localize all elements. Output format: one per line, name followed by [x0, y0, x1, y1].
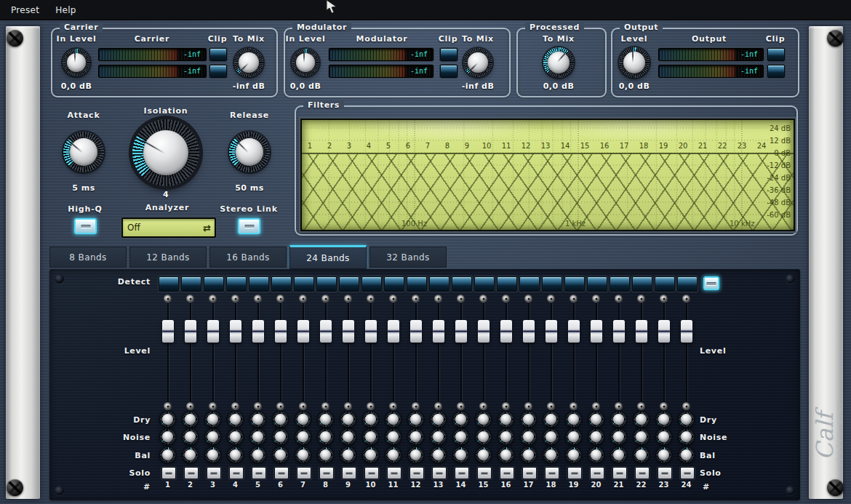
dry-knob[interactable] [295, 412, 311, 427]
level-fader-handle[interactable] [681, 320, 692, 343]
dry-knob[interactable] [340, 412, 356, 427]
output-level-knob[interactable] [619, 47, 650, 78]
level-fader-handle[interactable] [478, 320, 490, 343]
detect-button[interactable] [407, 276, 427, 292]
noise-knob[interactable] [431, 429, 446, 444]
fader-track[interactable] [190, 303, 191, 401]
solo-button[interactable] [274, 467, 289, 479]
fader-track[interactable] [573, 303, 575, 401]
bal-knob[interactable] [566, 447, 581, 463]
level-fader-handle[interactable] [410, 320, 422, 343]
fader-track[interactable] [506, 303, 507, 401]
noise-knob[interactable] [679, 429, 694, 444]
fader-track[interactable] [235, 303, 236, 401]
bal-knob[interactable] [679, 447, 694, 463]
modulator-in-level-knob[interactable] [292, 49, 319, 76]
bal-knob[interactable] [611, 447, 626, 463]
modulator-clip-indicator[interactable] [440, 65, 458, 78]
dry-knob[interactable] [679, 412, 694, 427]
bal-knob[interactable] [588, 447, 604, 463]
fader-track[interactable] [280, 303, 281, 401]
dry-knob[interactable] [498, 412, 514, 427]
bal-knob[interactable] [521, 447, 536, 463]
bal-knob[interactable] [250, 447, 265, 463]
fader-track[interactable] [596, 303, 597, 401]
noise-knob[interactable] [476, 429, 491, 444]
level-fader-handle[interactable] [455, 320, 467, 343]
noise-knob[interactable] [228, 429, 243, 444]
bal-knob[interactable] [363, 447, 378, 463]
noise-knob[interactable] [273, 429, 288, 444]
noise-knob[interactable] [205, 429, 220, 444]
fader-track[interactable] [415, 303, 417, 401]
release-knob[interactable] [229, 132, 270, 172]
bal-knob[interactable] [453, 447, 468, 463]
detect-button[interactable] [271, 276, 292, 292]
output-clip-indicator[interactable] [767, 65, 785, 78]
dry-knob[interactable] [160, 412, 175, 427]
dry-knob[interactable] [566, 412, 581, 427]
carrier-in-level-knob[interactable] [63, 49, 90, 76]
level-fader-handle[interactable] [636, 320, 647, 343]
detect-button[interactable] [632, 276, 652, 292]
fader-track[interactable] [483, 303, 484, 401]
detect-link-toggle[interactable] [703, 276, 719, 290]
noise-knob[interactable] [340, 429, 356, 444]
dry-knob[interactable] [543, 412, 559, 427]
noise-knob[interactable] [363, 429, 378, 444]
noise-knob[interactable] [385, 429, 401, 444]
solo-button[interactable] [297, 467, 311, 479]
level-fader-handle[interactable] [275, 320, 287, 343]
bal-knob[interactable] [205, 447, 220, 463]
output-clip-indicator[interactable] [767, 48, 785, 61]
tab-32-bands[interactable]: 32 Bands [369, 247, 447, 268]
solo-button[interactable] [567, 467, 582, 479]
noise-knob[interactable] [295, 429, 311, 444]
bal-knob[interactable] [431, 447, 446, 463]
detect-button[interactable] [497, 276, 517, 292]
bal-knob[interactable] [318, 447, 333, 463]
detect-button[interactable] [159, 276, 179, 292]
fader-track[interactable] [641, 303, 642, 401]
detect-button[interactable] [677, 276, 698, 292]
noise-knob[interactable] [183, 429, 198, 444]
detect-button[interactable] [339, 276, 359, 292]
solo-button[interactable] [477, 467, 492, 479]
bal-knob[interactable] [273, 447, 288, 463]
solo-button[interactable] [387, 467, 401, 479]
level-fader-handle[interactable] [591, 320, 602, 343]
dry-knob[interactable] [183, 412, 198, 427]
noise-knob[interactable] [521, 429, 536, 444]
bal-knob[interactable] [385, 447, 401, 463]
level-fader-handle[interactable] [252, 320, 264, 343]
dry-knob[interactable] [656, 412, 671, 427]
bal-knob[interactable] [476, 447, 491, 463]
fader-track[interactable] [212, 303, 214, 401]
carrier-clip-indicator[interactable] [209, 65, 227, 78]
level-fader-handle[interactable] [546, 320, 557, 343]
level-fader-handle[interactable] [613, 320, 625, 343]
level-fader-handle[interactable] [523, 320, 535, 343]
solo-button[interactable] [680, 467, 695, 479]
solo-button[interactable] [409, 467, 424, 479]
level-fader-handle[interactable] [185, 320, 196, 343]
fader-track[interactable] [618, 303, 620, 401]
tab-12-bands[interactable]: 12 Bands [129, 247, 207, 268]
solo-button[interactable] [252, 467, 266, 479]
solo-button[interactable] [432, 467, 447, 479]
detect-button[interactable] [316, 276, 337, 292]
fader-track[interactable] [663, 303, 665, 401]
attack-knob[interactable] [63, 132, 104, 172]
dry-knob[interactable] [453, 412, 468, 427]
noise-knob[interactable] [408, 429, 423, 444]
detect-button[interactable] [587, 276, 607, 292]
level-fader-handle[interactable] [365, 320, 377, 343]
solo-button[interactable] [319, 467, 334, 479]
dry-knob[interactable] [408, 412, 423, 427]
detect-button[interactable] [519, 276, 540, 292]
solo-button[interactable] [229, 467, 244, 479]
noise-knob[interactable] [588, 429, 604, 444]
detect-button[interactable] [361, 276, 382, 292]
dry-knob[interactable] [521, 412, 536, 427]
fader-track[interactable] [257, 303, 259, 401]
